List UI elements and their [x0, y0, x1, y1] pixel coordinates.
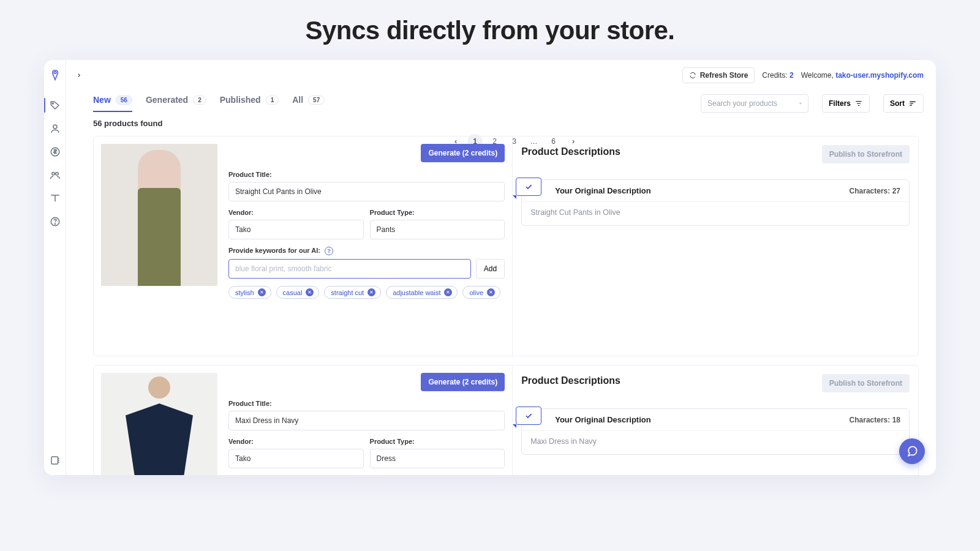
tab-generated[interactable]: Generated 2 [146, 95, 206, 112]
svg-rect-8 [51, 457, 58, 464]
product-type-input[interactable] [370, 449, 505, 468]
keyword-chip: olive✕ [462, 286, 500, 299]
welcome-text: Welcome, tako-user.myshopify.com [801, 71, 924, 80]
svg-point-4 [51, 173, 55, 176]
app-logo [48, 69, 62, 82]
field-label: Vendor: [228, 438, 364, 445]
publish-button[interactable]: Publish to Storefront [822, 145, 910, 163]
tab-badge: 2 [193, 96, 206, 105]
main-panel: Refresh Store Credits: 2 Welcome, tako-u… [66, 60, 936, 475]
remove-chip-icon[interactable]: ✕ [368, 288, 375, 296]
sort-button[interactable]: Sort [883, 94, 924, 113]
description-text: Maxi Dress in Navy [522, 430, 909, 454]
refresh-label: Refresh Store [700, 71, 748, 80]
tab-badge: 1 [266, 96, 279, 105]
generate-button[interactable]: Generate (2 credits) [421, 373, 505, 391]
description-label: Your Original Description [555, 415, 651, 424]
keyword-chip: adjustable waist✕ [386, 286, 458, 299]
field-label: Product Title: [228, 171, 505, 178]
keyword-chip: stylish✕ [228, 286, 271, 299]
keyword-chip: straight cut✕ [324, 286, 381, 299]
info-icon[interactable]: ? [325, 247, 333, 255]
keyword-chip: casual✕ [276, 286, 320, 299]
keyword-chips: stylish✕ casual✕ straight cut✕ adjustabl… [228, 286, 505, 299]
description-text: Straight Cut Pants in Olive [522, 201, 909, 225]
tab-all[interactable]: All 57 [292, 95, 325, 112]
sidebar [44, 60, 66, 475]
publish-button[interactable]: Publish to Storefront [822, 374, 910, 392]
store-link[interactable]: tako-user.myshopify.com [835, 71, 924, 80]
svg-point-2 [53, 125, 57, 129]
credits-display: Credits: 2 [762, 71, 793, 80]
tabbar: New 56 Generated 2 Published 1 All 57 Fi… [66, 83, 936, 113]
add-keyword-button[interactable]: Add [476, 259, 505, 279]
product-title-input[interactable] [228, 182, 505, 201]
tab-badge: 57 [308, 96, 325, 105]
original-description-box: Your Original Description Characters: 18… [521, 408, 910, 455]
product-card: Generate (2 credits) Product Title: Vend… [93, 365, 919, 475]
remove-chip-icon[interactable]: ✕ [258, 288, 266, 296]
vendor-input[interactable] [228, 220, 364, 239]
sidebar-item-account[interactable] [49, 122, 61, 135]
search-icon [799, 99, 802, 108]
svg-point-7 [55, 223, 55, 224]
remove-chip-icon[interactable]: ✕ [487, 288, 495, 296]
hero-title: Syncs directly from your store. [0, 0, 980, 60]
selected-description-tab[interactable] [516, 178, 541, 196]
original-description-box: Your Original Description Characters: 27… [521, 179, 910, 226]
remove-chip-icon[interactable]: ✕ [306, 288, 314, 296]
topbar: Refresh Store Credits: 2 Welcome, tako-u… [66, 60, 936, 83]
product-image [101, 373, 217, 475]
sidebar-item-feedback[interactable] [49, 454, 61, 467]
refresh-store-button[interactable]: Refresh Store [682, 67, 755, 83]
keywords-input[interactable] [228, 259, 471, 279]
product-title-input[interactable] [228, 411, 505, 430]
field-label: Vendor: [228, 209, 364, 216]
field-label: Product Title: [228, 400, 505, 407]
char-count: Characters: 18 [850, 416, 900, 424]
vendor-input[interactable] [228, 449, 364, 468]
chat-icon [906, 445, 918, 457]
field-label: Provide keywords for our AI: ? [228, 247, 505, 255]
refresh-icon [689, 72, 696, 79]
tab-label: Generated [146, 95, 188, 105]
generate-button[interactable]: Generate (2 credits) [421, 144, 505, 162]
tab-badge: 56 [116, 96, 132, 105]
svg-point-9 [800, 103, 801, 104]
results-count: 56 products found [93, 119, 162, 128]
check-icon [524, 182, 533, 191]
selected-description-tab[interactable] [516, 407, 541, 425]
expand-sidebar-button[interactable] [74, 70, 85, 81]
sidebar-item-products[interactable] [49, 99, 61, 111]
description-label: Your Original Description [555, 186, 651, 195]
product-type-input[interactable] [370, 220, 505, 239]
product-image [101, 144, 217, 286]
results-bar: 56 products found [66, 113, 936, 134]
filters-icon [854, 99, 863, 108]
product-card: Generate (2 credits) Product Title: Vend… [93, 136, 919, 356]
app-window: Refresh Store Credits: 2 Welcome, tako-u… [44, 60, 936, 475]
sidebar-item-team[interactable] [49, 169, 61, 181]
filters-button[interactable]: Filters [822, 94, 870, 113]
svg-point-0 [54, 72, 56, 74]
sidebar-item-docs[interactable] [49, 192, 61, 204]
svg-point-5 [55, 173, 58, 176]
tab-new[interactable]: New 56 [93, 95, 132, 112]
tab-label: Published [220, 95, 261, 105]
char-count: Characters: 27 [850, 187, 900, 195]
sort-icon [908, 99, 917, 108]
field-label: Product Type: [370, 438, 505, 445]
sidebar-item-help[interactable] [49, 216, 61, 228]
search-field[interactable] [701, 94, 809, 113]
product-list: Generate (2 credits) Product Title: Vend… [66, 136, 936, 475]
chat-fab[interactable] [899, 438, 925, 464]
tab-published[interactable]: Published 1 [220, 95, 279, 112]
field-label: Product Type: [370, 209, 505, 216]
search-input[interactable] [707, 99, 799, 108]
tab-label: All [292, 95, 303, 105]
check-icon [524, 411, 533, 420]
svg-point-1 [52, 103, 53, 104]
tab-label: New [93, 95, 111, 105]
remove-chip-icon[interactable]: ✕ [444, 288, 452, 296]
sidebar-item-billing[interactable] [49, 146, 61, 158]
